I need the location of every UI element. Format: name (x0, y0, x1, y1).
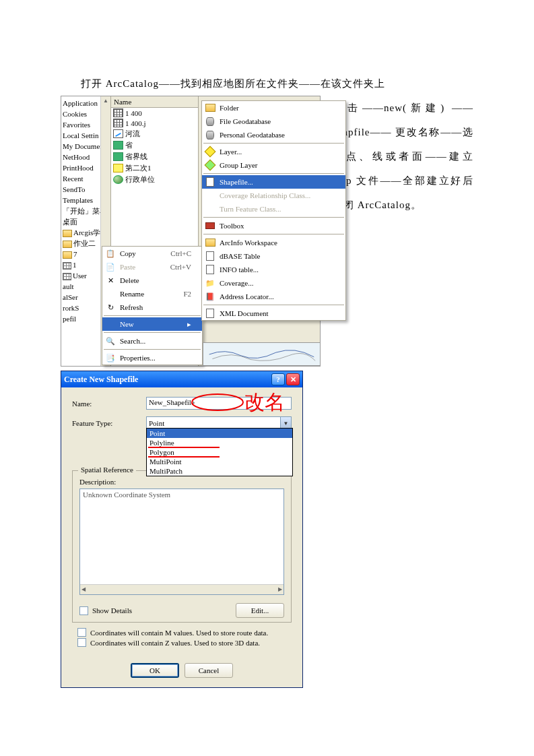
z-values-label: Coordinates will contain Z values. Used … (90, 639, 260, 647)
menu-rename[interactable]: RenameF2 (102, 287, 202, 301)
context-menu: 📋CopyCtrl+C 📄PasteCtrl+V ✕Delete RenameF… (102, 246, 203, 365)
option-multipoint[interactable]: MultiPoint (147, 457, 292, 466)
desc-horizontal-scrollbar[interactable] (80, 584, 283, 594)
menu-search[interactable]: 🔍Search... (102, 334, 202, 348)
grid-icon (113, 108, 123, 117)
intro-text: 打开 ArcCatalog——找到相应地图所在文件夹——在该文件夹上 (61, 73, 473, 94)
new-submenu: Folder File Geodatabase Personal Geodata… (201, 100, 346, 321)
ok-button[interactable]: OK (131, 663, 179, 678)
new-arcinfo-workspace[interactable]: ArcInfo Workspace (202, 236, 345, 249)
new-dbase-table[interactable]: dBASE Table (202, 249, 345, 263)
catalog-item-label: 1 400 (125, 109, 142, 117)
new-coverage-rel: Coverage Relationship Class... (202, 189, 345, 202)
catalog-item-label: 省 (125, 140, 133, 150)
green-icon (113, 141, 123, 150)
menu-properties[interactable]: 📑Properties... (102, 351, 202, 365)
catalog-item[interactable]: 河流 (111, 128, 198, 139)
menu-copy[interactable]: 📋CopyCtrl+C (102, 247, 202, 260)
m-values-checkbox[interactable] (77, 628, 86, 637)
new-turn-feature: Turn Feature Class... (202, 202, 345, 216)
new-info-table[interactable]: INFO table... (202, 263, 345, 276)
option-polyline[interactable]: Polyline (147, 438, 292, 447)
dialog-titlebar[interactable]: Create New Shapefile ? ✕ (61, 371, 302, 387)
catalog-item[interactable]: 行政单位 (111, 174, 198, 185)
name-input[interactable]: New_Shapefile (146, 397, 292, 410)
globe-icon (113, 175, 123, 184)
catalog-item[interactable]: 1 400 (111, 108, 198, 118)
new-file-geodatabase[interactable]: File Geodatabase (202, 115, 345, 128)
new-personal-geodatabase[interactable]: Personal Geodatabase (202, 128, 345, 141)
catalog-item[interactable]: 省界线 (111, 151, 198, 162)
feature-type-label: Feature Type: (72, 419, 146, 427)
catalog-item[interactable]: 1 400.j (111, 118, 198, 128)
cancel-button[interactable]: Cancel (185, 663, 233, 678)
close-button[interactable]: ✕ (286, 373, 300, 385)
new-shapefile[interactable]: Shapefile... (202, 175, 345, 189)
menu-new[interactable]: New (102, 317, 202, 331)
new-folder[interactable]: Folder (202, 101, 345, 115)
catalog-item-label: 行政单位 (125, 175, 155, 185)
show-details-label: Show Details (92, 606, 132, 615)
menu-delete[interactable]: ✕Delete (102, 274, 202, 287)
catalog-item-label: 省界线 (125, 152, 147, 162)
green-icon (113, 152, 123, 161)
new-layer[interactable]: Layer... (202, 145, 345, 158)
catalog-item[interactable]: 第二次1 (111, 162, 198, 174)
menu-paste: 📄PasteCtrl+V (102, 260, 202, 274)
line-icon (113, 129, 123, 138)
new-toolbox[interactable]: Toolbox (202, 219, 345, 232)
edit-button[interactable]: Edit... (236, 603, 284, 618)
new-address-locator[interactable]: 📕Address Locator... (202, 290, 345, 303)
dialog-title-text: Create New Shapefile (64, 375, 138, 385)
option-point[interactable]: Point (147, 429, 292, 438)
column-header-name[interactable]: Name (111, 96, 198, 108)
spatial-reference-group: Spatial Reference Description: Unknown C… (72, 470, 292, 623)
m-values-label: Coordinates will contain M values. Used … (90, 629, 268, 637)
catalog-item-label: 第二次1 (125, 163, 152, 173)
arccatalog-screenshot: ApplicationCookiesFavoritesLocal SettinM… (61, 96, 321, 367)
spatial-ref-legend: Spatial Reference (78, 466, 136, 474)
option-multipatch[interactable]: MultiPatch (147, 466, 292, 476)
catalog-item[interactable]: 省 (111, 139, 198, 151)
z-values-checkbox[interactable] (77, 638, 86, 647)
option-polygon[interactable]: Polygon (147, 447, 292, 457)
new-group-layer[interactable]: Group Layer (202, 158, 345, 172)
menu-refresh[interactable]: ↻Refresh (102, 301, 202, 314)
description-textbox[interactable]: Unknown Coordinate System (79, 489, 284, 595)
map-preview (203, 342, 321, 366)
catalog-item-label: 1 400.j (125, 119, 146, 127)
help-button[interactable]: ? (271, 373, 285, 385)
feature-type-dropdown: Point Polyline Polygon MultiPoint MultiP… (146, 428, 293, 476)
description-label: Description: (79, 478, 284, 486)
grid-icon (113, 119, 123, 127)
yellow-icon (113, 164, 123, 172)
name-label: Name: (72, 400, 146, 408)
show-details-checkbox[interactable] (79, 606, 88, 615)
create-shapefile-dialog: Create New Shapefile ? ✕ Name: New_Shape… (61, 371, 303, 688)
catalog-item-label: 河流 (125, 129, 140, 139)
new-xml-document[interactable]: XML Document (202, 307, 345, 320)
new-coverage[interactable]: 📁Coverage... (202, 276, 345, 290)
